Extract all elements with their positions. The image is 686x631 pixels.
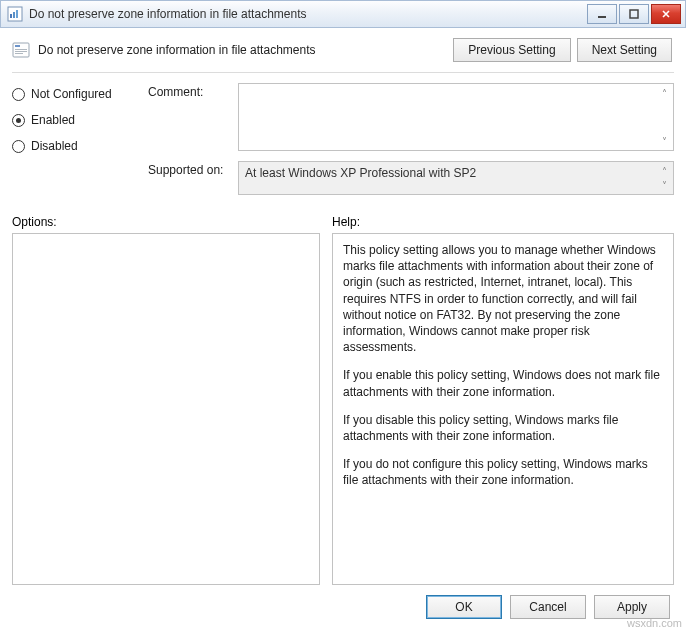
radio-icon bbox=[12, 88, 25, 101]
divider bbox=[12, 72, 674, 73]
svg-rect-1 bbox=[10, 14, 12, 18]
window-title: Do not preserve zone information in file… bbox=[29, 7, 587, 21]
watermark: wsxdn.com bbox=[627, 617, 682, 629]
state-radio-group: Not Configured Enabled Disabled bbox=[12, 83, 130, 195]
svg-rect-3 bbox=[16, 10, 18, 18]
help-paragraph: This policy setting allows you to manage… bbox=[343, 242, 663, 355]
footer-buttons: OK Cancel Apply bbox=[12, 585, 674, 631]
comment-value bbox=[239, 84, 673, 92]
chevron-up-icon[interactable]: ˄ bbox=[657, 86, 671, 100]
radio-disabled[interactable]: Disabled bbox=[12, 139, 130, 153]
help-panel: This policy setting allows you to manage… bbox=[332, 233, 674, 585]
supported-on-label: Supported on: bbox=[148, 161, 238, 177]
svg-rect-7 bbox=[15, 45, 20, 47]
minimize-button[interactable] bbox=[587, 4, 617, 24]
chevron-up-icon[interactable]: ˄ bbox=[657, 164, 671, 178]
svg-rect-5 bbox=[630, 10, 638, 18]
chevron-down-icon[interactable]: ˅ bbox=[657, 178, 671, 192]
radio-label: Not Configured bbox=[31, 87, 112, 101]
radio-not-configured[interactable]: Not Configured bbox=[12, 87, 130, 101]
maximize-button[interactable] bbox=[619, 4, 649, 24]
policy-title: Do not preserve zone information in file… bbox=[38, 43, 315, 57]
options-panel bbox=[12, 233, 320, 585]
svg-rect-9 bbox=[15, 51, 27, 52]
apply-button[interactable]: Apply bbox=[594, 595, 670, 619]
svg-rect-8 bbox=[15, 49, 27, 50]
chevron-down-icon[interactable]: ˅ bbox=[657, 134, 671, 148]
dialog-body: Do not preserve zone information in file… bbox=[0, 28, 686, 631]
help-label: Help: bbox=[332, 215, 360, 229]
svg-rect-4 bbox=[598, 16, 606, 18]
help-paragraph: If you enable this policy setting, Windo… bbox=[343, 367, 663, 399]
supported-on-value: At least Windows XP Professional with SP… bbox=[239, 162, 673, 184]
options-label: Options: bbox=[12, 215, 320, 229]
policy-icon bbox=[12, 41, 30, 59]
svg-rect-10 bbox=[15, 53, 23, 54]
panel-labels: Options: Help: bbox=[12, 215, 674, 229]
app-icon bbox=[7, 6, 23, 22]
close-button[interactable] bbox=[651, 4, 681, 24]
next-setting-button[interactable]: Next Setting bbox=[577, 38, 672, 62]
radio-label: Disabled bbox=[31, 139, 78, 153]
header-row: Do not preserve zone information in file… bbox=[12, 38, 674, 72]
ok-button[interactable]: OK bbox=[426, 595, 502, 619]
svg-rect-2 bbox=[13, 12, 15, 18]
titlebar: Do not preserve zone information in file… bbox=[0, 0, 686, 28]
cancel-button[interactable]: Cancel bbox=[510, 595, 586, 619]
settings-row: Not Configured Enabled Disabled Comment:… bbox=[12, 83, 674, 195]
radio-icon bbox=[12, 114, 25, 127]
radio-icon bbox=[12, 140, 25, 153]
comment-textbox[interactable]: ˄ ˅ bbox=[238, 83, 674, 151]
help-paragraph: If you disable this policy setting, Wind… bbox=[343, 412, 663, 444]
radio-enabled[interactable]: Enabled bbox=[12, 113, 130, 127]
supported-on-textbox: At least Windows XP Professional with SP… bbox=[238, 161, 674, 195]
comment-label: Comment: bbox=[148, 83, 238, 99]
help-paragraph: If you do not configure this policy sett… bbox=[343, 456, 663, 488]
panels-row: This policy setting allows you to manage… bbox=[12, 233, 674, 585]
radio-label: Enabled bbox=[31, 113, 75, 127]
previous-setting-button[interactable]: Previous Setting bbox=[453, 38, 570, 62]
window-controls bbox=[587, 4, 681, 24]
